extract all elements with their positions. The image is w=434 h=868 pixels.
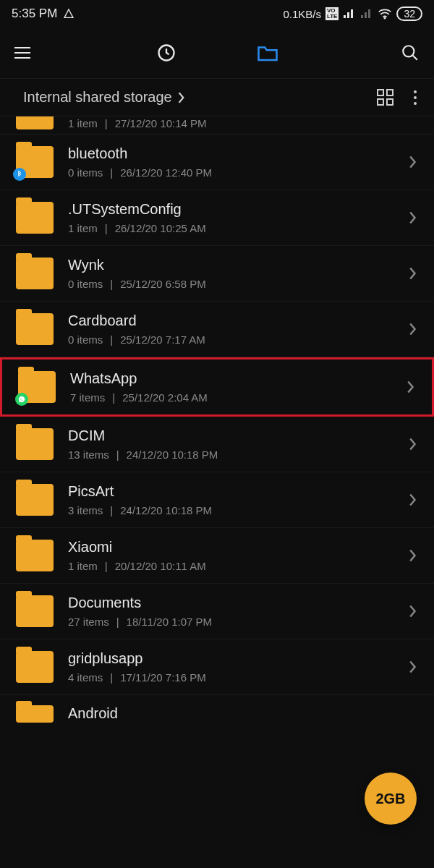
- search-icon[interactable]: [401, 43, 420, 62]
- storage-fab-label: 2GB: [375, 791, 405, 807]
- folder-icon: [16, 313, 54, 345]
- folder-row[interactable]: PicsArt3 items|24/12/20 10:18 PM: [0, 472, 434, 528]
- folder-row[interactable]: gridplusapp4 items|17/11/20 7:16 PM: [0, 639, 434, 695]
- folder-row[interactable]: Documents27 items|18/11/20 1:07 PM: [0, 584, 434, 639]
- svg-point-0: [385, 17, 386, 19]
- folder-count: 1 item: [68, 560, 98, 572]
- folder-meta: 27 items|18/11/20 1:07 PM: [68, 616, 395, 628]
- chevron-right-icon: [409, 493, 417, 506]
- folder-count: 27 items: [68, 616, 109, 628]
- folder-icon: [16, 146, 54, 178]
- folder-list: 1 item|27/12/20 10:14 PMbluetooth0 items…: [0, 116, 434, 726]
- signal-icon: [343, 9, 356, 19]
- svg-line-3: [412, 55, 417, 60]
- folder-name: .UTSystemConfig: [68, 201, 395, 218]
- folder-meta: 3 items|24/12/20 10:18 PM: [68, 504, 395, 516]
- folder-row[interactable]: Xiaomi1 item|20/12/20 10:11 AM: [0, 528, 434, 584]
- wifi-icon: [378, 8, 392, 20]
- folder-count: 7 items: [70, 391, 105, 404]
- folder-icon: [16, 428, 54, 460]
- folder-row[interactable]: Cardboard0 items|25/12/20 7:17 AM: [0, 302, 434, 357]
- folder-row[interactable]: Wynk0 items|25/12/20 6:58 PM: [0, 246, 434, 302]
- menu-button[interactable]: [14, 47, 30, 59]
- folder-count: 0 items: [68, 333, 103, 346]
- folder-date: 25/12/20 6:58 PM: [120, 278, 205, 290]
- chevron-right-icon: [407, 380, 414, 393]
- folder-name: gridplusapp: [68, 650, 395, 667]
- storage-fab[interactable]: 2GB: [365, 773, 417, 825]
- folder-meta: 0 items|25/12/20 7:17 AM: [68, 333, 395, 346]
- folder-meta: 4 items|17/11/20 7:16 PM: [68, 671, 395, 684]
- status-netspeed: 0.1KB/s: [283, 8, 321, 20]
- chevron-right-icon: [409, 660, 417, 673]
- signal-icon-2: [360, 9, 373, 19]
- folder-date: 18/11/20 1:07 PM: [127, 616, 212, 628]
- more-options-button[interactable]: [414, 90, 417, 105]
- folder-name: PicsArt: [68, 483, 395, 500]
- delta-icon: [63, 8, 75, 20]
- folder-name: Xiaomi: [68, 539, 395, 556]
- folder-name: DCIM: [68, 427, 395, 444]
- folder-icon: [16, 484, 54, 516]
- chevron-right-icon: [409, 211, 417, 224]
- folder-meta: 0 items|26/12/20 12:40 PM: [68, 166, 395, 179]
- folder-meta: 7 items|25/12/20 2:04 AM: [70, 391, 393, 404]
- chevron-right-icon: [409, 323, 417, 336]
- folder-name: Wynk: [68, 257, 395, 273]
- folder-date: 17/11/20 7:16 PM: [120, 671, 205, 684]
- folder-count: 1 item: [68, 117, 98, 129]
- chevron-right-icon: [409, 267, 417, 280]
- folder-tab-icon[interactable]: [257, 43, 278, 62]
- folder-date: 20/12/20 10:11 AM: [115, 560, 206, 572]
- folder-row[interactable]: DCIM13 items|24/12/20 10:18 PM: [0, 417, 434, 472]
- status-battery: 32: [396, 7, 422, 21]
- folder-count: 0 items: [68, 278, 103, 290]
- status-time: 5:35 PM: [12, 7, 57, 21]
- folder-icon: [16, 595, 54, 627]
- chevron-right-icon: [178, 92, 185, 103]
- folder-date: 24/12/20 10:18 PM: [127, 448, 218, 461]
- recent-icon[interactable]: [156, 43, 176, 63]
- folder-date: 26/12/20 10:25 AM: [115, 222, 206, 234]
- folder-icon: [16, 705, 54, 723]
- folder-count: 4 items: [68, 671, 103, 684]
- status-bar: 5:35 PM 0.1KB/s VOLTE 32: [0, 0, 434, 27]
- folder-date: 26/12/20 12:40 PM: [120, 166, 212, 179]
- breadcrumb-bar: Internal shared storage: [0, 78, 434, 116]
- folder-count: 1 item: [68, 222, 98, 234]
- folder-count: 3 items: [68, 504, 103, 516]
- folder-icon: [16, 116, 54, 129]
- breadcrumb-label: Internal shared storage: [23, 89, 172, 106]
- folder-row[interactable]: 1 item|27/12/20 10:14 PM: [0, 116, 434, 135]
- folder-count: 0 items: [68, 166, 103, 179]
- chevron-right-icon: [409, 605, 417, 618]
- folder-meta: 1 item|20/12/20 10:11 AM: [68, 560, 395, 572]
- folder-meta: 1 item|26/12/20 10:25 AM: [68, 222, 395, 234]
- folder-icon: [16, 258, 54, 289]
- bluetooth-badge-icon: [13, 168, 26, 181]
- folder-row[interactable]: bluetooth0 items|26/12/20 12:40 PM: [0, 135, 434, 190]
- volte-icon: VOLTE: [326, 7, 339, 20]
- folder-count: 13 items: [68, 448, 109, 461]
- folder-icon: [18, 371, 56, 403]
- folder-date: 25/12/20 2:04 AM: [122, 391, 208, 404]
- folder-meta: 0 items|25/12/20 6:58 PM: [68, 278, 395, 290]
- folder-meta: 1 item|27/12/20 10:14 PM: [68, 117, 417, 129]
- folder-icon: [16, 202, 54, 234]
- folder-date: 27/12/20 10:14 PM: [115, 117, 207, 129]
- svg-point-2: [403, 46, 414, 56]
- chevron-right-icon: [409, 438, 417, 451]
- folder-name: Android: [68, 705, 417, 722]
- folder-row[interactable]: .UTSystemConfig1 item|26/12/20 10:25 AM: [0, 190, 434, 246]
- view-grid-button[interactable]: [377, 89, 393, 106]
- folder-row[interactable]: Android: [0, 695, 434, 726]
- folder-name: WhatsApp: [70, 370, 393, 387]
- chevron-right-icon: [409, 549, 417, 562]
- folder-date: 25/12/20 7:17 AM: [120, 333, 205, 346]
- whatsapp-badge-icon: [15, 393, 28, 406]
- chevron-right-icon: [409, 156, 417, 169]
- toolbar: [0, 27, 434, 78]
- folder-row[interactable]: WhatsApp7 items|25/12/20 2:04 AM: [0, 357, 434, 417]
- breadcrumb[interactable]: Internal shared storage: [23, 89, 185, 106]
- folder-date: 24/12/20 10:18 PM: [120, 504, 212, 516]
